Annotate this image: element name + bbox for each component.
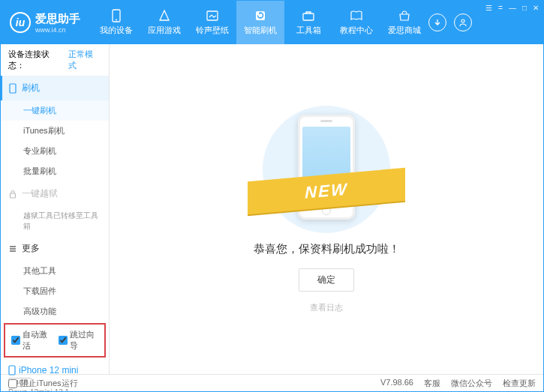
phone-icon: [8, 365, 16, 376]
nav-flash[interactable]: 智能刷机: [236, 1, 284, 44]
nav-toolbox[interactable]: 工具箱: [284, 1, 332, 44]
minimize-icon[interactable]: —: [509, 4, 516, 12]
checkbox-skip-guide[interactable]: 跳过向导: [59, 329, 98, 352]
connection-status: 设备连接状态： 正常模式: [1, 44, 109, 76]
store-icon: [398, 9, 411, 22]
footer-link-update[interactable]: 检查更新: [503, 378, 536, 389]
sidebar-sub-oneclick[interactable]: 一键刷机: [1, 100, 109, 121]
close-icon[interactable]: ✕: [533, 4, 539, 12]
svg-point-5: [461, 19, 464, 22]
apps-icon: [158, 9, 171, 22]
refresh-icon: [254, 9, 267, 22]
sidebar-sub-other[interactable]: 其他工具: [1, 261, 109, 281]
toolbox-icon: [302, 9, 315, 22]
logo-icon: iu: [10, 12, 31, 33]
app-logo: iu 爱思助手 www.i4.cn: [1, 12, 92, 34]
nav-store[interactable]: 爱思商城: [380, 1, 428, 44]
jailbreak-note: 越狱工具已转移至工具箱: [1, 206, 109, 236]
sidebar-sub-batch[interactable]: 批量刷机: [1, 161, 109, 181]
wallpaper-icon: [206, 9, 219, 22]
checkbox-auto-activate[interactable]: 自动激活: [11, 329, 51, 352]
window-controls: ☰ = — □ ✕: [481, 1, 543, 44]
svg-rect-8: [9, 366, 15, 375]
main-content: NEW 恭喜您，保资料刷机成功啦！ 确定 查看日志: [110, 44, 543, 374]
book-icon: [350, 9, 363, 22]
sidebar-section-more[interactable]: 更多: [1, 236, 109, 261]
success-illustration: NEW: [248, 106, 405, 233]
svg-rect-6: [10, 84, 16, 93]
download-button[interactable]: [428, 13, 446, 31]
app-url: www.i4.cn: [35, 26, 80, 34]
success-message: 恭喜您，保资料刷机成功啦！: [254, 242, 400, 256]
svg-rect-4: [303, 13, 314, 20]
lock-icon: [8, 190, 17, 199]
maximize-icon[interactable]: □: [522, 4, 527, 12]
user-controls: [428, 13, 481, 31]
svg-rect-7: [11, 193, 16, 198]
sidebar-sub-itunes[interactable]: iTunes刷机: [1, 121, 109, 141]
sidebar-section-flash[interactable]: 刷机: [1, 76, 109, 100]
sidebar-sub-advanced[interactable]: 高级功能: [1, 301, 109, 322]
phone-icon: [8, 83, 17, 94]
nav-apps[interactable]: 应用游戏: [140, 1, 188, 44]
device-name[interactable]: iPhone 12 mini: [8, 365, 101, 376]
checkbox-block-itunes[interactable]: 阻止iTunes运行: [8, 378, 78, 389]
checkbox-highlight: 自动激活 跳过向导: [4, 323, 106, 358]
phone-icon: [110, 9, 123, 22]
ok-button[interactable]: 确定: [299, 268, 354, 292]
svg-point-1: [116, 19, 117, 21]
app-name: 爱思助手: [35, 12, 80, 26]
nav-tutorial[interactable]: 教程中心: [332, 1, 380, 44]
version-label: V7.98.66: [380, 378, 413, 389]
titlebar: iu 爱思助手 www.i4.cn 我的设备 应用游戏 铃声壁纸 智能刷机 工具…: [1, 1, 543, 44]
sidebar: 设备连接状态： 正常模式 刷机 一键刷机 iTunes刷机 专业刷机 批量刷机 …: [1, 44, 110, 374]
nav-my-device[interactable]: 我的设备: [92, 1, 140, 44]
main-nav: 我的设备 应用游戏 铃声壁纸 智能刷机 工具箱 教程中心 爱思商城: [92, 1, 428, 44]
sidebar-sub-firmware[interactable]: 下载固件: [1, 281, 109, 301]
equals-icon[interactable]: =: [498, 4, 503, 12]
menu-icon[interactable]: ☰: [485, 4, 492, 12]
user-button[interactable]: [454, 13, 472, 31]
footer-link-support[interactable]: 客服: [424, 378, 440, 389]
view-log-link[interactable]: 查看日志: [310, 302, 343, 313]
list-icon: [8, 244, 17, 253]
sidebar-sub-pro[interactable]: 专业刷机: [1, 141, 109, 161]
footer-link-wechat[interactable]: 微信公众号: [451, 378, 492, 389]
sidebar-section-jailbreak[interactable]: 一键越狱: [1, 181, 109, 206]
nav-ringtone[interactable]: 铃声壁纸: [188, 1, 236, 44]
